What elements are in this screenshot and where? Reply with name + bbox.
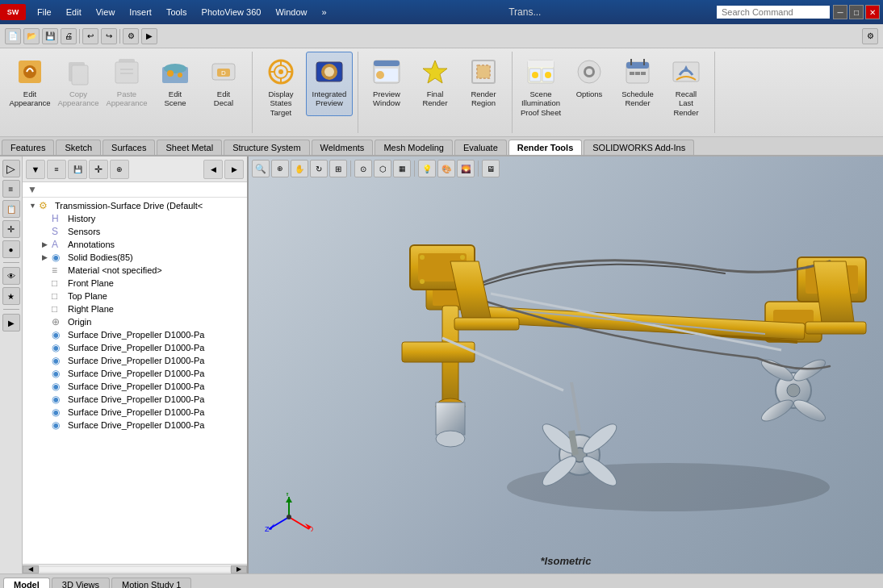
tree-front-plane-item[interactable]: □ Front Plane bbox=[23, 277, 247, 290]
tree-root-item[interactable]: ▼ ⚙ Transmission-Surface Drive (Default< bbox=[23, 199, 247, 212]
display-states-target-button[interactable]: DisplayStatesTarget bbox=[257, 52, 304, 121]
property-manager-button[interactable]: 📋 bbox=[2, 200, 20, 218]
tab-mesh-modeling[interactable]: Mesh Modeling bbox=[375, 140, 453, 155]
minimize-button[interactable]: ─ bbox=[833, 5, 847, 19]
vp-fit-button[interactable]: ⊞ bbox=[329, 160, 347, 177]
menu-edit[interactable]: Edit bbox=[60, 6, 88, 19]
scene-illumination-button[interactable]: SceneIlluminationProof Sheet bbox=[517, 52, 564, 121]
maximize-button[interactable]: □ bbox=[849, 5, 864, 19]
tab-solidworks-addins[interactable]: SOLIDWORKS Add-Ins bbox=[584, 140, 694, 155]
tree-part7-item[interactable]: ◉ Surface Drive_Propeller D1000-Pa bbox=[23, 406, 247, 419]
bottom-tab-model[interactable]: Model bbox=[3, 578, 50, 588]
qa-rebuild[interactable]: ⚙ bbox=[123, 28, 139, 44]
tab-evaluate[interactable]: Evaluate bbox=[454, 140, 507, 155]
tree-list-view-button[interactable]: ≡ bbox=[47, 160, 66, 179]
options-button[interactable]: Options bbox=[566, 52, 613, 116]
scroll-left-btn[interactable]: ◀ bbox=[23, 565, 39, 573]
tab-sheet-metal[interactable]: Sheet Metal bbox=[157, 140, 222, 155]
tree-top-plane-item[interactable]: □ Top Plane bbox=[23, 290, 247, 302]
paste-appearance-button[interactable]: PasteAppearance bbox=[103, 52, 150, 116]
qa-view-select[interactable]: ▶ bbox=[141, 28, 157, 44]
edit-appearance-button[interactable]: EditAppearance bbox=[6, 52, 53, 116]
dim-expert-button[interactable]: ● bbox=[2, 240, 20, 258]
menu-file[interactable]: File bbox=[31, 6, 58, 19]
menu-photoview[interactable]: PhotoView 360 bbox=[195, 6, 268, 19]
qa-new[interactable]: 📄 bbox=[5, 28, 21, 44]
preview-window-button[interactable]: PreviewWindow bbox=[363, 52, 410, 116]
tree-part5-item[interactable]: ◉ Surface Drive_Propeller D1000-Pa bbox=[23, 380, 247, 393]
configuration-manager-button[interactable]: ✛ bbox=[2, 220, 20, 238]
motion-manager-button[interactable]: ▶ bbox=[2, 314, 20, 332]
tree-annotations-item[interactable]: ▶ A Annotations bbox=[23, 238, 247, 251]
vp-appearance-button[interactable]: 🎨 bbox=[437, 160, 455, 177]
bottom-tab-3d-views[interactable]: 3D Views bbox=[52, 578, 110, 588]
search-command-input[interactable] bbox=[717, 6, 830, 19]
tab-features[interactable]: Features bbox=[2, 140, 54, 155]
final-render-button[interactable]: FinalRender bbox=[412, 52, 458, 116]
states-group: DisplayStatesTarget IntegratedPreview bbox=[253, 52, 358, 133]
tree-material-item[interactable]: ≡ Material <not specified> bbox=[23, 264, 247, 277]
bottom-tab-motion-study[interactable]: Motion Study 1 bbox=[111, 578, 191, 588]
feature-manager-button[interactable]: ≡ bbox=[2, 180, 20, 198]
menu-tools[interactable]: Tools bbox=[160, 6, 194, 19]
tab-surfaces[interactable]: Surfaces bbox=[103, 140, 155, 155]
qa-settings[interactable]: ⚙ bbox=[862, 28, 878, 44]
vp-pan-button[interactable]: ✋ bbox=[291, 160, 308, 177]
vp-section-button[interactable]: ⬡ bbox=[374, 160, 391, 177]
render-region-button[interactable]: RenderRegion bbox=[460, 52, 507, 116]
tree-right-plane-item[interactable]: □ Right Plane bbox=[23, 302, 247, 315]
qa-print[interactable]: 🖨 bbox=[61, 28, 77, 44]
menu-insert[interactable]: Insert bbox=[123, 6, 158, 19]
schedule-render-button[interactable]: ScheduleRender bbox=[614, 52, 661, 116]
qa-undo[interactable]: ↩ bbox=[82, 28, 98, 44]
tree-history-item[interactable]: H History bbox=[23, 212, 247, 225]
tree-part6-item[interactable]: ◉ Surface Drive_Propeller D1000-Pa bbox=[23, 393, 247, 406]
menu-view[interactable]: View bbox=[90, 6, 122, 19]
expand-annotations-arrow[interactable]: ▶ bbox=[42, 240, 52, 248]
vp-zoom-select-button[interactable]: ⊕ bbox=[271, 160, 289, 177]
tab-sketch[interactable]: Sketch bbox=[56, 140, 101, 155]
tab-weldments[interactable]: Weldments bbox=[312, 140, 374, 155]
tree-part1-item[interactable]: ◉ Surface Drive_Propeller D1000-Pa bbox=[23, 328, 247, 341]
render-manager-button[interactable]: ★ bbox=[2, 287, 20, 305]
vp-zoom-button[interactable]: 🔍 bbox=[252, 160, 270, 177]
close-button[interactable]: ✕ bbox=[865, 5, 880, 19]
tree-solid-bodies-item[interactable]: ▶ ◉ Solid Bodies(85) bbox=[23, 251, 247, 264]
tree-filter-button[interactable]: ▼ bbox=[26, 160, 45, 179]
edit-decal-button[interactable]: D EditDecal bbox=[200, 52, 247, 116]
copy-appearance-button[interactable]: CopyAppearance bbox=[55, 52, 102, 116]
display-manager-button[interactable]: 👁 bbox=[2, 267, 20, 285]
expand-solid-bodies-arrow[interactable]: ▶ bbox=[42, 253, 52, 261]
qa-open[interactable]: 📂 bbox=[23, 28, 40, 44]
tree-scroll-right-button[interactable]: ▶ bbox=[224, 160, 244, 179]
edit-scene-button[interactable]: EditScene bbox=[152, 52, 199, 116]
tree-sensors-item[interactable]: S Sensors bbox=[23, 225, 247, 238]
tab-render-tools[interactable]: Render Tools bbox=[508, 140, 582, 155]
scroll-right-btn[interactable]: ▶ bbox=[231, 565, 247, 573]
vp-lighting-button[interactable]: 💡 bbox=[418, 160, 436, 177]
tree-part4-item[interactable]: ◉ Surface Drive_Propeller D1000-Pa bbox=[23, 367, 247, 380]
tree-scroll-left-button[interactable]: ◀ bbox=[203, 160, 223, 179]
vp-monitor-button[interactable]: 🖥 bbox=[482, 160, 500, 177]
tree-add-button[interactable]: ✛ bbox=[89, 160, 108, 179]
tree-part2-item[interactable]: ◉ Surface Drive_Propeller D1000-Pa bbox=[23, 341, 247, 354]
tree-origin-item[interactable]: ⊕ Origin bbox=[23, 315, 247, 328]
qa-save[interactable]: 💾 bbox=[42, 28, 58, 44]
integrated-preview-button[interactable]: IntegratedPreview bbox=[306, 52, 353, 116]
select-tool-button[interactable]: ▷ bbox=[2, 160, 20, 177]
tree-part8-item[interactable]: ◉ Surface Drive_Propeller D1000-Pa bbox=[23, 419, 247, 432]
vp-rotate-button[interactable]: ↻ bbox=[310, 160, 328, 177]
tree-horizontal-scrollbar[interactable]: ◀ ▶ bbox=[23, 564, 247, 573]
3d-viewport[interactable]: 🔍 ⊕ ✋ ↻ ⊞ ⊙ ⬡ ▦ 💡 🎨 🌄 🖥 bbox=[249, 156, 883, 573]
vp-view-orient-button[interactable]: ⊙ bbox=[354, 160, 372, 177]
recall-last-render-button[interactable]: RecallLastRender bbox=[663, 52, 709, 121]
vp-scene-button[interactable]: 🌄 bbox=[457, 160, 475, 177]
qa-redo[interactable]: ↪ bbox=[101, 28, 117, 44]
menu-more[interactable]: » bbox=[316, 6, 333, 19]
tab-structure-system[interactable]: Structure System bbox=[224, 140, 309, 155]
tree-orientation-button[interactable]: ⊕ bbox=[110, 160, 129, 179]
tree-save-button[interactable]: 💾 bbox=[68, 160, 87, 179]
menu-window[interactable]: Window bbox=[269, 6, 313, 19]
tree-part3-item[interactable]: ◉ Surface Drive_Propeller D1000-Pa bbox=[23, 354, 247, 367]
vp-display-button[interactable]: ▦ bbox=[393, 160, 411, 177]
